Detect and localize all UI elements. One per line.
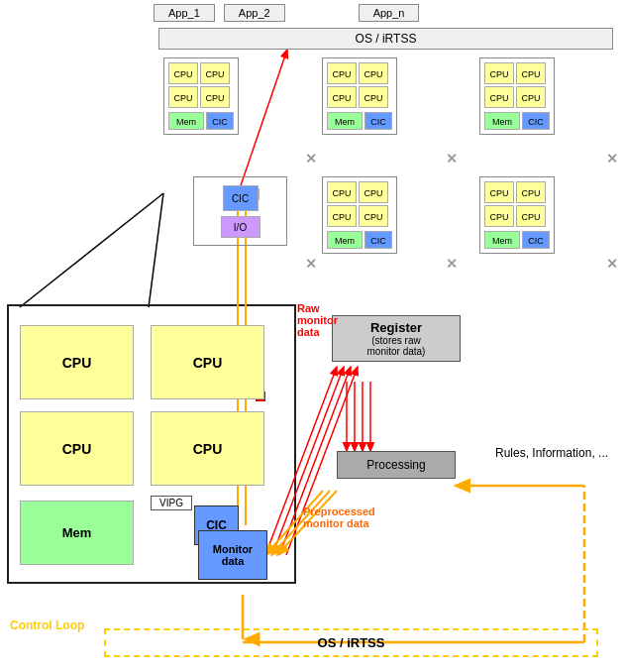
cpu-c1-2: CPU [200,62,230,84]
mem-c6: Mem [484,231,520,249]
processing-box: Processing [337,451,456,479]
svg-line-20 [238,50,287,194]
cross-1: ✕ [305,151,317,167]
cpu-c2-1: CPU [327,62,357,84]
cpu-c6-3: CPU [484,205,514,227]
cpu-large-2: CPU [151,325,264,399]
cluster-6: CPU CPU CPU CPU Mem CIC [479,176,555,254]
cluster-4: CIC I/O [193,176,287,246]
cpu-c5-3: CPU [327,205,357,227]
cpu-c1-4: CPU [200,86,230,108]
cic-c3: CIC [522,112,550,130]
cross-5: ✕ [446,256,458,272]
os-bottom-label: OS / iRTSS [318,635,385,650]
cpu-c1-3: CPU [168,86,198,108]
cpu-large-1: CPU [20,325,134,399]
cpu-c2-3: CPU [327,86,357,108]
register-box: Register (stores raw monitor data) [332,315,461,362]
mem-c1: Mem [168,112,204,130]
cic-c1: CIC [206,112,234,130]
cpu-c5-2: CPU [359,181,388,203]
mem-c5: Mem [327,231,363,249]
cross-3: ✕ [606,151,618,167]
raw-monitor-label: Raw monitor data [297,302,338,338]
cpu-c6-4: CPU [516,205,546,227]
cic-c5: CIC [364,231,392,249]
cpu-c2-4: CPU [359,86,388,108]
register-title: Register [337,320,456,335]
vipg-box: VIPG [151,496,192,510]
cic-c6: CIC [522,231,550,249]
control-loop-label: Control Loop [10,618,84,632]
app1-label: App_1 [154,4,215,22]
processing-label: Processing [366,458,425,472]
cpu-c3-4: CPU [516,86,546,108]
cross-2: ✕ [446,151,458,167]
cross-4: ✕ [305,256,317,272]
cpu-c2-2: CPU [359,62,388,84]
cpu-c3-1: CPU [484,62,514,84]
app2-label: App_2 [224,4,285,22]
cic-c4: CIC [223,185,259,211]
os-bar-bottom: OS / iRTSS [104,628,598,657]
cpu-c5-1: CPU [327,181,357,203]
cpu-c6-2: CPU [516,181,546,203]
cross-6: ✕ [606,256,618,272]
cic-c2: CIC [364,112,392,130]
rules-label: Rules, Information, ... [495,446,608,460]
mem-large: Mem [20,501,134,565]
svg-line-1 [149,193,163,307]
app-bar: App_1 App_2 App_n [154,4,423,22]
cpu-c5-4: CPU [359,205,388,227]
cpu-c6-1: CPU [484,181,514,203]
cpu-c3-3: CPU [484,86,514,108]
io-c4: I/O [221,216,260,238]
mem-c3: Mem [484,112,520,130]
cluster-5: CPU CPU CPU CPU Mem CIC [322,176,397,254]
cluster-1: CPU CPU CPU CPU Mem CIC [163,57,239,135]
register-subtitle: (stores raw monitor data) [337,335,456,357]
os-top-label: OS / iRTSS [356,32,417,46]
preprocessed-label: Preprocessed monitor data [303,505,375,529]
cpu-large-4: CPU [151,411,264,486]
diagram: App_1 App_2 App_n OS / iRTSS CPU CPU CPU… [0,0,623,672]
cpu-large-3: CPU [20,411,134,486]
os-bar-top: OS / iRTSS [158,28,613,50]
monitor-box: Monitor data [198,530,267,580]
appn-label: App_n [359,4,420,22]
cluster-2: CPU CPU CPU CPU Mem CIC [322,57,397,135]
cpu-c3-2: CPU [516,62,546,84]
svg-line-0 [20,193,163,307]
cluster-3: CPU CPU CPU CPU Mem CIC [479,57,555,135]
mem-c2: Mem [327,112,363,130]
cpu-c1-1: CPU [168,62,198,84]
